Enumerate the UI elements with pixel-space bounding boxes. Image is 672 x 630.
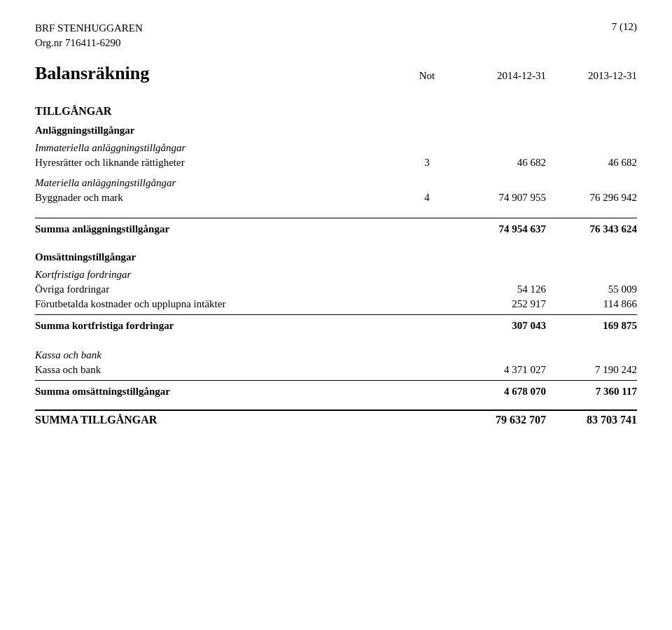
divider-omsattning	[35, 380, 637, 381]
anlaggningstillgangar-heading: Anläggningstillgångar	[35, 125, 637, 136]
byggnader-label: Byggnader och mark	[35, 192, 399, 204]
kortfristiga-heading: Kortfristiga fordringar	[35, 269, 637, 281]
summa-kortfristiga-val1: 307 043	[455, 320, 546, 332]
byggnader-val2: 76 296 942	[546, 192, 637, 204]
summa-omsattning-label: Summa omsättningstillgångar	[35, 386, 399, 398]
hyresratter-not: 3	[399, 157, 455, 169]
summa-anlang-row: Summa anläggningstillgångar 74 954 637 7…	[35, 221, 637, 237]
column-headers: Not 2014-12-31 2013-12-31	[399, 70, 637, 82]
summa-kortfristiga-label: Summa kortfristiga fordringar	[35, 320, 399, 332]
summa-anlang-val1: 74 954 637	[455, 223, 546, 235]
summa-tillgangar-row: SUMMA TILLGÅNGAR 79 632 707 83 703 741	[35, 410, 637, 429]
company-name: BRF STENHUGGAREN	[35, 21, 143, 36]
org-nr: Org.nr 716411-6290	[35, 36, 143, 50]
summa-tillgangar-val2: 83 703 741	[546, 414, 637, 426]
forutbetalda-val1: 252 917	[455, 298, 546, 310]
ovriga-val2: 55 009	[546, 284, 637, 295]
materiella-heading: Materiella anläggningstillgångar	[35, 177, 637, 189]
hyresratter-val1: 46 682	[455, 157, 546, 169]
omsattningstillgangar-heading: Omsättningstillgångar	[35, 251, 637, 263]
summa-tillgangar-label: SUMMA TILLGÅNGAR	[35, 414, 399, 426]
ovriga-val1: 54 126	[455, 284, 546, 295]
tillgangar-heading: TILLGÅNGAR	[35, 105, 637, 118]
year1-header: 2014-12-31	[455, 70, 546, 82]
hyresratter-val2: 46 682	[546, 157, 637, 169]
kassa-val1: 4 371 027	[455, 364, 546, 376]
not-header: Not	[399, 70, 455, 82]
summa-omsattning-val1: 4 678 070	[455, 386, 546, 398]
summa-omsattning-val2: 7 360 117	[546, 386, 637, 398]
header: BRF STENHUGGAREN Org.nr 716411-6290 7 (1…	[35, 21, 637, 50]
summa-tillgangar-val1: 79 632 707	[455, 414, 546, 426]
summa-anlang-val2: 76 343 624	[546, 223, 637, 235]
title-row: Balansräkning Not 2014-12-31 2013-12-31	[35, 63, 637, 84]
page-number: 7 (12)	[612, 21, 637, 33]
year2-header: 2013-12-31	[546, 70, 637, 82]
kassa-heading: Kassa och bank	[35, 349, 637, 361]
forutbetalda-val2: 114 866	[546, 298, 637, 310]
org-info: BRF STENHUGGAREN Org.nr 716411-6290	[35, 21, 143, 50]
byggnader-row: Byggnader och mark 4 74 907 955 76 296 9…	[35, 190, 637, 205]
byggnader-val1: 74 907 955	[455, 192, 546, 204]
hyresratter-row: Hyresrätter och liknande rättigheter 3 4…	[35, 155, 637, 170]
hyresratter-label: Hyresrätter och liknande rättigheter	[35, 157, 399, 169]
forutbetalda-row: Förutbetalda kostnader och upplupna intä…	[35, 297, 637, 312]
kassa-val2: 7 190 242	[546, 364, 637, 376]
divider-kortfristiga	[35, 314, 637, 315]
summa-kortfristiga-val2: 169 875	[546, 320, 637, 332]
summa-omsattning-row: Summa omsättningstillgångar 4 678 070 7 …	[35, 384, 637, 400]
kassa-row: Kassa och bank 4 371 027 7 190 242	[35, 363, 637, 377]
divider-anlang	[35, 218, 637, 218]
kassa-label: Kassa och bank	[35, 364, 399, 376]
forutbetalda-label: Förutbetalda kostnader och upplupna intä…	[35, 298, 399, 310]
summa-anlang-label: Summa anläggningstillgångar	[35, 223, 399, 235]
summa-kortfristiga-row: Summa kortfristiga fordringar 307 043 16…	[35, 318, 637, 334]
ovriga-label: Övriga fordringar	[35, 284, 399, 295]
page-title: Balansräkning	[35, 63, 149, 84]
ovriga-row: Övriga fordringar 54 126 55 009	[35, 282, 637, 297]
byggnader-not: 4	[399, 192, 455, 204]
immateriella-heading: Immateriella anläggningstillgångar	[35, 142, 637, 154]
